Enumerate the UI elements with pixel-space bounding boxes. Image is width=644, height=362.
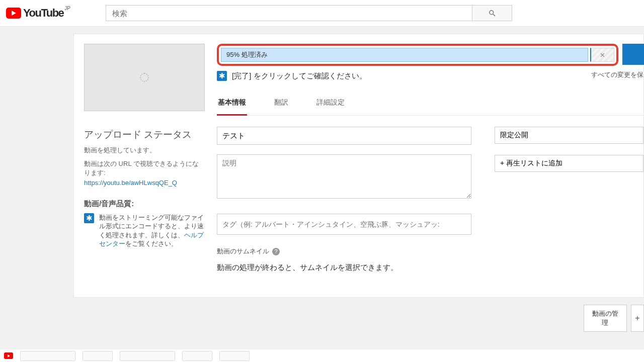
video-manager-button[interactable]: 動画の管理 (584, 305, 627, 332)
progress-bar: 95% 処理済み (221, 48, 588, 62)
tab-advanced[interactable]: 詳細設定 (315, 95, 346, 115)
logo-wrap: YouTube JP (6, 7, 70, 20)
description-input[interactable] (217, 154, 471, 199)
progress-text: 95% 処理済み (226, 50, 268, 59)
fields-column: 動画のサムネイル ? 動画の処理が終わると、サムネイルを選択できます。 (217, 127, 471, 273)
search-button[interactable] (472, 5, 512, 21)
play-icon (6, 8, 21, 19)
publish-button[interactable] (622, 44, 644, 65)
info-asterisk-icon: ✱ (84, 213, 94, 223)
upload-status-heading: アップロード ステータス (84, 128, 205, 141)
bottom-bar (0, 349, 644, 362)
upload-status-url-label: 動画は次の URL で視聴できるようになります: (84, 159, 205, 177)
quality-tip-row: ✱ 動画をストリーミング可能なファイル形式にエンコードすると、より速く処理されま… (84, 213, 205, 248)
title-input[interactable] (217, 127, 471, 145)
footer-pill[interactable] (219, 351, 250, 361)
upload-panel: アップロード ステータス 動画を処理しています。 動画は次の URL で視聴でき… (73, 34, 644, 298)
quality-tip-after: をご覧ください。 (125, 240, 178, 247)
add-more-button[interactable]: + (631, 305, 644, 332)
region-label: JP (64, 6, 70, 11)
privacy-column: 限定公開 + 再生リストに追加 (495, 127, 643, 273)
search-box (106, 5, 512, 21)
quality-heading: 動画/音声品質: (84, 199, 205, 209)
close-icon (599, 52, 606, 58)
tabs: 基本情報 翻訳 詳細設定 (217, 95, 643, 116)
video-short-url[interactable]: https://youtu.be/awHLwsqQE_Q (84, 179, 177, 187)
youtube-logo[interactable]: YouTube (6, 7, 63, 20)
play-icon (4, 352, 13, 359)
footer-pill[interactable] (83, 351, 113, 361)
search-icon (488, 9, 497, 18)
tab-basic-info[interactable]: 基本情報 (217, 95, 247, 116)
video-thumbnail-placeholder (84, 44, 205, 111)
tags-input[interactable] (217, 214, 471, 235)
thumbnail-label: 動画のサムネイル (217, 247, 269, 256)
upload-status-processing: 動画を処理しています。 (84, 146, 205, 155)
dismiss-progress-button[interactable] (590, 48, 614, 62)
thumbnail-message: 動画の処理が終わると、サムネイルを選択できます。 (217, 263, 471, 273)
quality-tip-text: 動画をストリーミング可能なファイル形式にエンコードすると、より速く処理されます。… (99, 213, 205, 248)
footer-buttons: 動画の管理 + (584, 305, 644, 332)
privacy-select[interactable]: 限定公開 (495, 127, 643, 144)
footer-pill[interactable] (120, 351, 175, 361)
footer-pill[interactable] (20, 351, 75, 361)
thumbnail-label-row: 動画のサムネイル ? (217, 247, 471, 256)
logo-text: YouTube (23, 7, 63, 20)
right-column: 95% 処理済み ✱ [完了] をクリックしてご確認ください。 すべての変更を保… (217, 44, 643, 273)
left-column: アップロード ステータス 動画を処理しています。 動画は次の URL で視聴でき… (84, 44, 205, 248)
top-header: YouTube JP (0, 0, 644, 27)
thumbnail-section: 動画のサムネイル ? 動画の処理が終わると、サムネイルを選択できます。 (217, 247, 471, 273)
add-to-playlist-button[interactable]: + 再生リストに追加 (495, 155, 643, 172)
confirm-row: ✱ [完了] をクリックしてご確認ください。 (217, 71, 643, 81)
tab-translations[interactable]: 翻訳 (273, 95, 289, 115)
help-icon[interactable]: ? (272, 248, 280, 255)
form-area: 動画のサムネイル ? 動画の処理が終わると、サムネイルを選択できます。 限定公開… (217, 127, 643, 273)
footer-youtube-logo[interactable] (4, 352, 13, 359)
spinner-icon (140, 73, 149, 82)
progress-highlight-box: 95% 処理済み (217, 44, 618, 66)
saved-note: すべての変更を保 (591, 70, 644, 79)
confirm-text: [完了] をクリックしてご確認ください。 (232, 71, 367, 81)
confirm-asterisk-icon: ✱ (217, 71, 227, 81)
footer-pill[interactable] (182, 351, 212, 361)
search-input[interactable] (106, 5, 472, 21)
